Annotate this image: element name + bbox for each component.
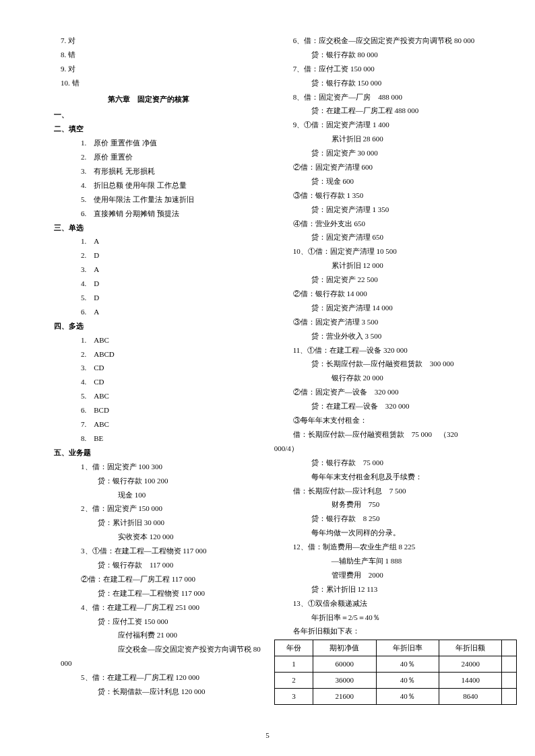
biz-line: 现金 100 <box>61 488 261 502</box>
table-head: 期初净值 <box>313 640 376 656</box>
biz-line: 5、借：在建工程—厂房工程 120 000 <box>61 671 261 685</box>
entry-line: 借：长期应付款—应计利息 7 500 <box>274 484 517 498</box>
table-cell: 40％ <box>376 656 439 673</box>
entry-line: 贷：固定资产 22 500 <box>274 273 517 287</box>
entry-line: 累计折旧 12 000 <box>274 259 517 273</box>
entry-line: 7、借：应付工资 150 000 <box>274 62 517 76</box>
table-cell: 2 <box>274 673 313 689</box>
table-head: 年折旧额 <box>439 640 501 656</box>
entry-line: 贷：固定资产清理 650 <box>274 230 517 244</box>
entry-line: 银行存款 20 000 <box>274 371 517 385</box>
biz-line: 000 <box>61 656 261 671</box>
entry-line: 管理费用 2000 <box>274 568 517 582</box>
entry-line: ③每年年末支付租金： <box>274 413 517 427</box>
entry-line: 各年折旧额如下表： <box>274 624 517 638</box>
entry-line: 12、借：制造费用—农业生产组 8 225 <box>274 540 517 554</box>
section-1: 一、 <box>54 108 261 122</box>
table-cell: 40％ <box>376 688 439 704</box>
section-4: 四、多选 <box>54 319 261 333</box>
table-cell: 36000 <box>313 673 376 689</box>
fill-item: 1. 原价 重置作值 净值 <box>61 136 261 150</box>
multi-item: 8. BE <box>61 432 261 446</box>
entry-line: ②借：固定资产清理 600 <box>274 160 517 174</box>
biz-line: 4、借：在建工程—厂房工程 251 000 <box>61 600 261 615</box>
fill-item: 3. 有形损耗 无形损耗 <box>61 164 261 178</box>
single-item: 6. A <box>61 305 261 319</box>
page-number: 5 <box>265 728 270 743</box>
entry-line: 贷：银行存款 8 250 <box>274 512 517 526</box>
entry-line: 贷：在建工程—设备 320 000 <box>274 399 517 413</box>
multi-item: 2. ABCD <box>61 347 261 362</box>
entry-line: 每年年末支付租金利息及手续费： <box>274 470 517 484</box>
entry-line: 13、①双倍余额递减法 <box>274 596 517 611</box>
table-cell: 8640 <box>439 688 501 704</box>
single-item: 5. D <box>61 291 261 305</box>
entry-line: 000/4） <box>274 442 517 456</box>
entry-line: 每年均做一次同样的分录。 <box>274 526 517 540</box>
biz-line: 实收资本 120 000 <box>61 530 261 544</box>
fill-item: 5. 使用年限法 工作量法 加速折旧 <box>61 193 261 207</box>
multi-item: 5. ABC <box>61 389 261 403</box>
entry-line: 贷：累计折旧 12 113 <box>274 582 517 596</box>
table-cell: 21600 <box>313 688 376 704</box>
entry-line: 9、①借：固定资产清理 1 400 <box>274 118 517 132</box>
entry-line: 11、①借：在建工程—设备 320 000 <box>274 343 517 357</box>
left-column: 7. 对 8. 错 9. 对 10. 错 第六章 固定资产的核算 一、 二、填空… <box>27 34 261 705</box>
section-5: 五、业务题 <box>54 446 261 460</box>
table-cell: 1 <box>274 656 313 673</box>
entry-line: 贷：银行存款 80 000 <box>274 48 517 62</box>
biz-line: 贷：银行存款 100 200 <box>61 474 261 488</box>
table-head: 年折旧率 <box>376 640 439 656</box>
multi-item: 1. ABC <box>61 333 261 347</box>
entry-line: ④借：营业外支出 650 <box>274 217 517 231</box>
entry-line: 贷：固定资产清理 1 350 <box>274 203 517 217</box>
section-3: 三、单选 <box>54 221 261 235</box>
entry-line: 8、借：固定资产—厂房 488 000 <box>274 90 517 104</box>
entry-line: 10、①借：固定资产清理 10 500 <box>274 244 517 259</box>
table-cell: 3 <box>274 688 313 704</box>
table-cell <box>502 673 516 689</box>
entry-line: 贷：长期应付款—应付融资租赁款 300 000 <box>274 357 517 371</box>
table-head <box>502 640 516 656</box>
entry-line: 贷：现金 600 <box>274 174 517 188</box>
tf-item: 9. 对 <box>61 62 261 76</box>
biz-line: ②借：在建工程—厂房工程 117 000 <box>61 572 261 586</box>
biz-line: 贷：在建工程—工程物资 117 000 <box>61 586 261 600</box>
single-item: 1. A <box>61 234 261 248</box>
table-cell <box>502 656 516 673</box>
biz-line: 应交税金—应交固定资产投资方向调节税 80 <box>61 642 261 656</box>
multi-item: 3. CD <box>61 361 261 375</box>
multi-item: 4. CD <box>61 375 261 389</box>
table-cell: 60000 <box>313 656 376 673</box>
fill-item: 4. 折旧总额 使用年限 工作总量 <box>61 178 261 193</box>
fill-item: 6. 直接摊销 分期摊销 预提法 <box>61 207 261 221</box>
entry-line: 贷：固定资产 30 000 <box>274 146 517 160</box>
biz-line: 贷：应付工资 150 000 <box>61 615 261 629</box>
table-cell: 40％ <box>376 673 439 689</box>
table-cell: 24000 <box>439 656 501 673</box>
right-column: 6、借：应交税金—应交固定资产投资方向调节税 80 000贷：银行存款 80 0… <box>274 34 517 705</box>
entry-line: 贷：营业外收入 3 500 <box>274 329 517 343</box>
entry-line: 借：长期应付款—应付融资租赁款 75 000 （320 <box>274 427 517 442</box>
entry-line: ②借：固定资产—设备 320 000 <box>274 385 517 399</box>
biz-line: 3、①借：在建工程—工程物资 117 000 <box>61 544 261 558</box>
single-item: 3. A <box>61 263 261 277</box>
biz-line: 贷：累计折旧 30 000 <box>61 516 261 530</box>
tf-item: 8. 错 <box>61 48 261 62</box>
biz-line: 贷：银行存款 117 000 <box>61 558 261 572</box>
biz-line: 2、借：固定资产 150 000 <box>61 502 261 516</box>
fill-item: 2. 原价 重置价 <box>61 150 261 164</box>
entry-line: 贷：银行存款 150 000 <box>274 76 517 90</box>
chapter-title: 第六章 固定资产的核算 <box>61 90 261 108</box>
multi-item: 7. ABC <box>61 417 261 432</box>
depreciation-table: 年份 期初净值 年折旧率 年折旧额 1 60000 40％ 24000 2 36… <box>274 640 517 705</box>
table-cell <box>502 688 516 704</box>
entry-line: 财务费用 750 <box>274 497 517 512</box>
entry-line: 贷：固定资产清理 14 000 <box>274 301 517 315</box>
section-2: 二、填空 <box>54 122 261 136</box>
entry-line: 年折旧率＝2/5＝40％ <box>274 611 517 625</box>
entry-line: ③借：固定资产清理 3 500 <box>274 315 517 329</box>
entry-line: —辅助生产车间 1 888 <box>274 554 517 568</box>
entry-line: 贷：在建工程—厂房工程 488 000 <box>274 104 517 118</box>
entry-line: 累计折旧 28 600 <box>274 132 517 146</box>
